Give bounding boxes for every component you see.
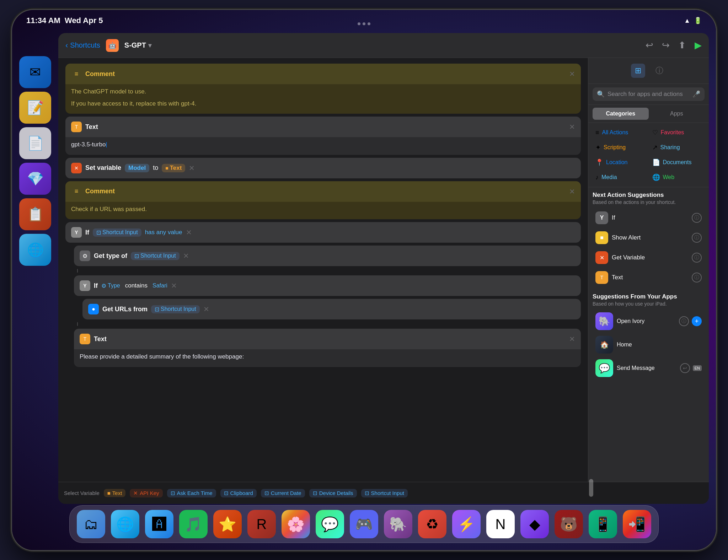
cat-web[interactable]: 🌐 Web	[649, 171, 705, 184]
dock-ipad[interactable]: 📱	[589, 510, 617, 538]
text-card-1-header[interactable]: T Text ✕	[65, 117, 581, 137]
text-card-2-header[interactable]: T Text ✕	[74, 329, 581, 349]
send-msg-info-btn[interactable]: ↩	[680, 363, 690, 373]
close-if-nested[interactable]: ✕	[171, 281, 177, 290]
comment-card-1-header[interactable]: ≡ Comment ✕	[65, 64, 581, 84]
nav-chevron-icon[interactable]: ▾	[148, 42, 151, 49]
dock-reeder2[interactable]: R	[247, 510, 276, 538]
all-actions-label: All Actions	[602, 129, 628, 136]
suggestion-text[interactable]: T Text ⓘ	[593, 268, 705, 287]
setvariable-header[interactable]: ✕ Set variable Model to ■ Text ✕	[65, 158, 581, 178]
var-apikey-pill[interactable]: ✕ API Key	[130, 489, 162, 497]
dock-last[interactable]: 📲	[623, 510, 651, 538]
close-comment-1[interactable]: ✕	[569, 70, 575, 78]
var-text-pill[interactable]: ■ Text	[104, 489, 126, 497]
close-text-2[interactable]: ✕	[569, 335, 575, 343]
close-setvariable[interactable]: ✕	[189, 164, 195, 172]
if-nested-header[interactable]: Y If ⚙ Type contains Safari ✕	[74, 275, 581, 296]
var-shortcut-pill[interactable]: ⊡ Shortcut Input	[361, 489, 408, 497]
if-card-header[interactable]: Y If ⊡ Shortcut Input has any value ✕	[65, 222, 581, 243]
if-nested-icon: Y	[80, 280, 90, 291]
mic-icon[interactable]: 🎤	[692, 90, 700, 98]
dock-finder[interactable]: 🗂	[77, 510, 105, 538]
tab-categories[interactable]: Categories	[593, 108, 649, 120]
sugg-if-info[interactable]: ⓘ	[692, 213, 702, 223]
cat-documents[interactable]: 📄 Documents	[649, 156, 705, 169]
scripting-label: Scripting	[604, 144, 626, 151]
sidebar-app-pdf[interactable]: 📄	[19, 127, 51, 159]
sidebar-app-email[interactable]: ✉	[19, 56, 51, 88]
ivory-add-btn[interactable]: +	[692, 316, 702, 326]
text-icon-1: T	[71, 122, 82, 132]
close-if[interactable]: ✕	[186, 228, 192, 237]
sugg-alert-info[interactable]: ⓘ	[692, 233, 702, 243]
get-urls-header[interactable]: ● Get URLs from ⊡ Shortcut Input ✕	[82, 299, 581, 319]
get-type-header[interactable]: ⚙ Get type of ⊡ Shortcut Input ✕	[74, 246, 581, 266]
dock-elephant[interactable]: 🐘	[384, 510, 412, 538]
suggestion-get-variable[interactable]: ✕ Get Variable ⓘ	[593, 248, 705, 268]
share-button[interactable]: ⬆	[678, 40, 686, 51]
wifi-icon: ▲	[684, 17, 690, 25]
var-date-pill[interactable]: ⊡ Current Date	[261, 489, 305, 497]
nav-back-button[interactable]: ‹ Shortcuts	[65, 41, 100, 50]
suggestion-if[interactable]: Y If ⓘ	[593, 208, 705, 228]
cat-location[interactable]: 📍 Location	[593, 156, 648, 169]
has-any-value[interactable]: has any value	[145, 229, 182, 236]
comment-title-2: Comment	[85, 188, 566, 195]
redo-button[interactable]: ↪	[662, 40, 670, 51]
sugg-text-info[interactable]: ⓘ	[692, 273, 702, 282]
workflow-editor[interactable]: ≡ Comment ✕ The ChatGPT model to use. If…	[58, 58, 588, 482]
close-get-urls[interactable]: ✕	[203, 305, 209, 313]
text-icon-2: T	[80, 334, 90, 344]
run-button[interactable]: ▶	[695, 40, 702, 51]
shortcut-input-pill-2[interactable]: ⊡ Shortcut Input	[131, 252, 180, 260]
dock-notion[interactable]: N	[486, 510, 515, 538]
text-pill-value[interactable]: ■ Text	[162, 164, 185, 172]
ivory-info-btn[interactable]: ⓘ	[679, 316, 689, 326]
panel-scroll-area[interactable]: ≡ All Actions ♡ Favorites ✦ Scripting	[588, 123, 709, 482]
dock-discord[interactable]: 🎮	[350, 510, 378, 538]
cat-media[interactable]: ♪ Media	[593, 171, 648, 184]
dock-photos[interactable]: 🌸	[282, 510, 310, 538]
sidebar-app-safari[interactable]: 🌐	[19, 234, 51, 266]
cat-favorites[interactable]: ♡ Favorites	[649, 126, 705, 139]
sidebar-app-notes[interactable]: 📝	[19, 92, 51, 124]
tab-apps[interactable]: Apps	[649, 108, 705, 120]
close-text-1[interactable]: ✕	[569, 123, 575, 131]
shortcut-input-pill[interactable]: ⊡ Shortcut Input	[93, 228, 141, 237]
dock-shortcuts[interactable]: ⚡	[452, 510, 481, 538]
app-sugg-ivory[interactable]: 🐘 Open Ivory ⓘ +	[593, 309, 705, 333]
var-clipboard-pill[interactable]: ⊡ Clipboard	[220, 489, 257, 497]
dock-reeder[interactable]: ⭐	[213, 510, 242, 538]
cat-all-actions[interactable]: ≡ All Actions	[593, 126, 648, 139]
panel-actions-icon[interactable]: ⊞	[631, 64, 645, 78]
sidebar-app-obsidian[interactable]: 💎	[19, 163, 51, 195]
var-name-model[interactable]: Model	[125, 164, 149, 172]
cat-scripting[interactable]: ✦ Scripting	[593, 141, 648, 154]
app-sugg-send-message[interactable]: 💬 Send Message ↩ EN	[593, 356, 705, 380]
app-sugg-home[interactable]: 🏠 Home	[593, 333, 705, 356]
safari-chip[interactable]: Safari	[152, 282, 167, 289]
send-message-icon: 💬	[595, 359, 613, 377]
dock-safari[interactable]: 🌐	[111, 510, 139, 538]
suggestion-show-alert[interactable]: ■ Show Alert ⓘ	[593, 228, 705, 248]
close-comment-2[interactable]: ✕	[569, 187, 575, 196]
dock-bear[interactable]: 🐻	[555, 510, 583, 538]
var-ask-pill[interactable]: ⊡ Ask Each Time	[167, 489, 216, 497]
dock-taska[interactable]: ◆	[520, 510, 549, 538]
cat-sharing[interactable]: ↗ Sharing	[649, 141, 705, 154]
close-get-type[interactable]: ✕	[183, 252, 189, 260]
search-input[interactable]	[607, 91, 690, 98]
sugg-var-info[interactable]: ⓘ	[692, 253, 702, 263]
type-chip[interactable]: ⚙ Type	[101, 282, 120, 289]
dock-pockety[interactable]: ♻	[418, 510, 446, 538]
dock-spotify[interactable]: 🎵	[179, 510, 208, 538]
shortcut-input-pill-3[interactable]: ⊡ Shortcut Input	[151, 305, 200, 313]
dock-appstore[interactable]: 🅰	[145, 510, 173, 538]
dock-messages[interactable]: 💬	[316, 510, 344, 538]
sidebar-app-tasks[interactable]: 📋	[19, 198, 51, 230]
panel-info-icon[interactable]: ⓘ	[652, 64, 667, 78]
undo-button[interactable]: ↩	[646, 40, 653, 51]
comment-card-2-header[interactable]: ≡ Comment ✕	[65, 181, 581, 202]
var-device-pill[interactable]: ⊡ Device Details	[309, 489, 357, 497]
